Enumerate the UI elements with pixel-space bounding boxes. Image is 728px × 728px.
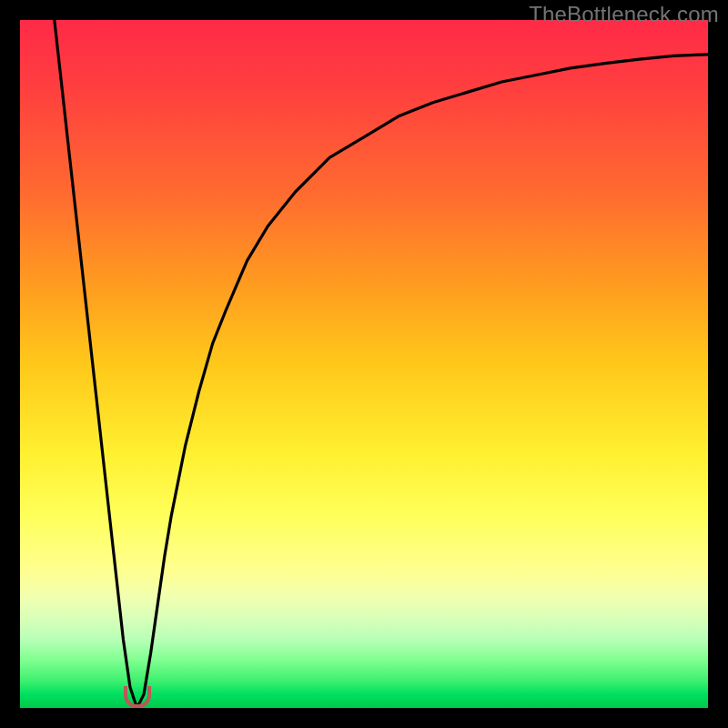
gradient-plot-area — [20, 20, 708, 708]
chart-frame: TheBottleneck.com — [0, 0, 728, 728]
optimal-marker-icon — [124, 686, 151, 708]
watermark-text: TheBottleneck.com — [529, 2, 719, 27]
